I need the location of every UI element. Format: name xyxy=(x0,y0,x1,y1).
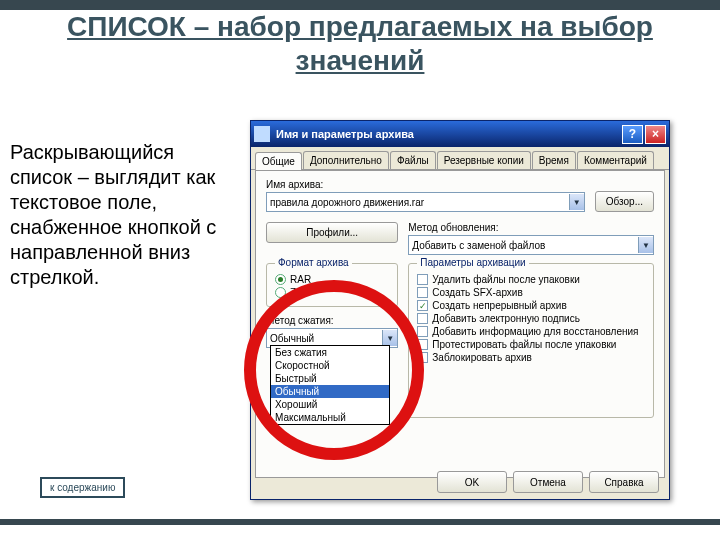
checkbox-icon xyxy=(417,339,428,350)
chevron-down-icon[interactable]: ▼ xyxy=(638,237,653,253)
help-button[interactable]: ? xyxy=(622,125,643,144)
update-method-select[interactable]: Добавить с заменой файлов ▼ xyxy=(408,235,654,255)
archive-dialog: Имя и параметры архива ? × Общие Дополни… xyxy=(250,120,670,500)
tab-backup[interactable]: Резервные копии xyxy=(437,151,531,169)
list-item[interactable]: Хороший xyxy=(271,398,389,411)
dialog-buttons: OK Отмена Справка xyxy=(437,471,659,493)
radio-zip[interactable]: ZIP xyxy=(275,287,389,298)
profiles-button[interactable]: Профили... xyxy=(266,222,398,243)
tab-comment[interactable]: Комментарий xyxy=(577,151,654,169)
radio-rar[interactable]: RAR xyxy=(275,274,389,285)
check-sign[interactable]: Добавить электронную подпись xyxy=(417,313,645,324)
page-title: СПИСОК – набор предлагаемых на выбор зна… xyxy=(20,10,700,77)
compression-dropdown-open[interactable]: Без сжатия Скоростной Быстрый Обычный Хо… xyxy=(270,345,390,425)
tab-general[interactable]: Общие xyxy=(255,152,302,170)
radio-icon xyxy=(275,287,286,298)
help-info-button[interactable]: Справка xyxy=(589,471,659,493)
list-item[interactable]: Максимальный xyxy=(271,411,389,424)
archive-icon xyxy=(254,126,270,142)
update-method-label: Метод обновления: xyxy=(408,222,654,233)
check-lock[interactable]: Заблокировать архив xyxy=(417,352,645,363)
list-item-selected[interactable]: Обычный xyxy=(271,385,389,398)
checkbox-icon xyxy=(417,352,428,363)
tab-strip: Общие Дополнительно Файлы Резервные копи… xyxy=(251,151,669,170)
check-test[interactable]: Протестировать файлы после упаковки xyxy=(417,339,645,350)
check-recovery[interactable]: Добавить информацию для восстановления xyxy=(417,326,645,337)
ok-button[interactable]: OK xyxy=(437,471,507,493)
chevron-down-icon[interactable]: ▼ xyxy=(382,330,397,346)
browse-button[interactable]: Обзор... xyxy=(595,191,654,212)
radio-icon xyxy=(275,274,286,285)
description-text: Раскрывающийся список – выглядит как тек… xyxy=(10,140,240,290)
titlebar[interactable]: Имя и параметры архива ? × xyxy=(251,121,669,147)
toc-button[interactable]: к содержанию xyxy=(40,477,125,498)
list-item[interactable]: Без сжатия xyxy=(271,346,389,359)
check-solid[interactable]: ✓Создать непрерывный архив xyxy=(417,300,645,311)
format-group: Формат архива RAR ZIP xyxy=(266,263,398,307)
footer-bar xyxy=(0,519,720,525)
tab-advanced[interactable]: Дополнительно xyxy=(303,151,389,169)
check-sfx[interactable]: Создать SFX-архив xyxy=(417,287,645,298)
params-group: Параметры архивации Удалить файлы после … xyxy=(408,263,654,418)
tab-time[interactable]: Время xyxy=(532,151,576,169)
checkbox-icon xyxy=(417,274,428,285)
archive-name-field[interactable]: правила дорожного движения.rar ▼ xyxy=(266,192,585,212)
checkbox-icon: ✓ xyxy=(417,300,428,311)
list-item[interactable]: Скоростной xyxy=(271,359,389,372)
tab-files[interactable]: Файлы xyxy=(390,151,436,169)
panel-general: Имя архива: правила дорожного движения.r… xyxy=(255,170,665,478)
compression-label: Метод сжатия: xyxy=(266,315,398,326)
dialog-title: Имя и параметры архива xyxy=(276,128,414,140)
archive-name-label: Имя архива: xyxy=(266,179,585,190)
checkbox-icon xyxy=(417,287,428,298)
list-item[interactable]: Быстрый xyxy=(271,372,389,385)
check-delete[interactable]: Удалить файлы после упаковки xyxy=(417,274,645,285)
cancel-button[interactable]: Отмена xyxy=(513,471,583,493)
close-button[interactable]: × xyxy=(645,125,666,144)
chevron-down-icon[interactable]: ▼ xyxy=(569,194,584,210)
header-bar xyxy=(0,0,720,10)
checkbox-icon xyxy=(417,326,428,337)
checkbox-icon xyxy=(417,313,428,324)
